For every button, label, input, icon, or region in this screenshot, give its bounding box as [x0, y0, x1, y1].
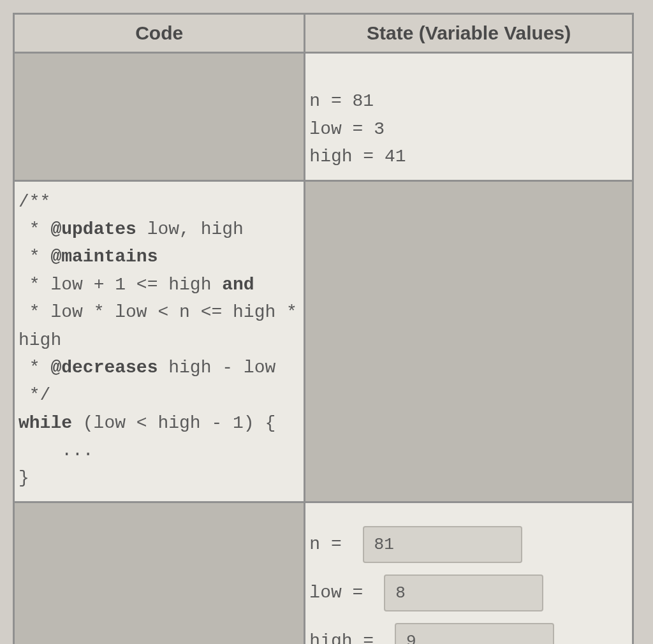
code-cell-row3 — [14, 502, 305, 644]
initial-low: low = 3 — [309, 119, 385, 139]
state-cell-final: n = low = high = — [305, 502, 633, 644]
code-state-trace-table: Code State (Variable Values) n = 81 low … — [13, 13, 634, 644]
final-high-input[interactable] — [395, 623, 554, 644]
keyword-and: and — [222, 275, 254, 295]
final-n-label: n = — [309, 534, 352, 554]
initial-n: n = 81 — [309, 91, 374, 111]
state-cell-initial: n = 81 low = 3 high = 41 — [305, 53, 633, 181]
code-cell-loop: /** * @updates low, high * @maintains * … — [14, 180, 305, 502]
final-n-input[interactable] — [363, 526, 522, 563]
keyword-while: while — [18, 413, 72, 433]
final-low-label: low = — [309, 583, 374, 603]
javadoc-updates-tag: @updates — [50, 219, 136, 239]
initial-high: high = 41 — [309, 147, 406, 166]
header-code: Code — [14, 14, 305, 53]
final-high-label: high = — [309, 631, 385, 644]
state-cell-row2 — [305, 180, 633, 502]
loop-code-block: /** * @updates low, high * @maintains * … — [15, 182, 304, 501]
header-state: State (Variable Values) — [305, 14, 633, 53]
javadoc-decreases-tag: @decreases — [50, 358, 158, 377]
javadoc-maintains-tag: @maintains — [50, 247, 158, 267]
code-cell-row1 — [14, 53, 305, 181]
final-low-input[interactable] — [384, 574, 543, 611]
